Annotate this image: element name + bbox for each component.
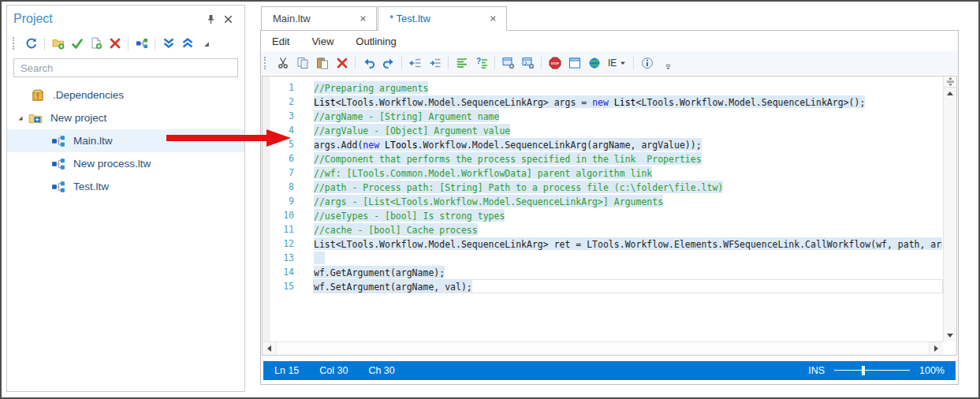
paste-button[interactable] (312, 53, 332, 73)
undo-button[interactable] (359, 53, 378, 73)
tab-close-icon[interactable] (357, 13, 368, 24)
zoom-slider[interactable] (834, 366, 910, 375)
scroll-left-button[interactable] (263, 342, 276, 355)
delete-button[interactable] (332, 53, 352, 73)
scroll-up-button[interactable] (944, 88, 956, 99)
delete-button[interactable] (106, 35, 124, 53)
horizontal-scroll-track[interactable] (276, 342, 930, 355)
code-line[interactable]: 14wf.GetArgument(argName); (270, 265, 943, 279)
code-line[interactable]: 3//argName - [String] Argument name (270, 109, 943, 123)
line-body[interactable]: //args - [List<LTools.Workflow.Model.Seq… (313, 194, 943, 208)
tree-item-new-process-ltw[interactable]: New process.ltw (7, 152, 244, 175)
tab-test-ltw[interactable]: * Test.ltw (378, 6, 507, 31)
code-line[interactable]: 13 (270, 251, 943, 265)
tree-item-new-project[interactable]: New project (7, 106, 244, 129)
tree-expanded-icon[interactable] (17, 114, 28, 122)
collapse-all-button[interactable] (159, 35, 177, 53)
line-number[interactable]: 7 (270, 166, 294, 180)
line-number[interactable]: 6 (270, 151, 294, 166)
line-body[interactable]: //Preparing arguments (313, 80, 943, 95)
line-body[interactable]: args.Add(new LTools.Workflow.Model.Seque… (313, 137, 943, 151)
tree-item-dependencies[interactable]: .Dependencies (7, 84, 244, 106)
scroll-down-button[interactable] (944, 330, 956, 341)
line-number[interactable]: 14 (270, 265, 294, 279)
add-folder-button[interactable] (49, 35, 67, 53)
line-number[interactable]: 3 (270, 109, 294, 123)
line-number[interactable]: 9 (270, 194, 294, 208)
tree-item-test-ltw[interactable]: Test.ltw (7, 175, 244, 198)
expand-all-button[interactable] (178, 35, 196, 53)
toolbar-options-button[interactable] (197, 35, 215, 53)
line-number[interactable]: 1 (270, 80, 294, 95)
increase-indent-button[interactable] (425, 53, 445, 73)
vertical-scrollbar[interactable] (943, 76, 956, 341)
info-button[interactable] (637, 53, 657, 73)
line-body[interactable]: //cache - [bool] Cache process (313, 222, 943, 237)
tab-main-ltw[interactable]: Main.ltw (261, 6, 377, 31)
line-number[interactable]: 11 (270, 222, 294, 237)
browser-select-dropdown[interactable]: IE (604, 54, 630, 73)
scroll-right-button[interactable] (930, 342, 943, 355)
zoom-slider-thumb[interactable] (862, 366, 865, 375)
code-line[interactable]: 6//Component that performs the process s… (270, 151, 943, 166)
line-number[interactable]: 8 (270, 180, 294, 194)
code-line[interactable]: 2List<LTools.Workflow.Model.SequenceLink… (270, 95, 943, 109)
line-body[interactable]: //argName - [String] Argument name (313, 109, 943, 123)
cut-button[interactable] (273, 53, 293, 73)
line-number[interactable]: 15 (270, 279, 294, 293)
globe-button[interactable] (584, 53, 604, 73)
code-line[interactable]: 4//argValue - [Object] Argument value (270, 123, 943, 137)
line-number[interactable]: 10 (270, 208, 294, 222)
line-body[interactable]: //useTypes - [bool] Is strong types (313, 208, 943, 222)
code-editor[interactable]: 1//Preparing arguments2List<LTools.Workf… (262, 76, 957, 356)
line-number[interactable]: 13 (270, 251, 294, 265)
menu-outlining[interactable]: Outlining (356, 35, 396, 47)
close-icon[interactable] (219, 10, 237, 28)
code-lines[interactable]: 1//Preparing arguments2List<LTools.Workf… (270, 76, 943, 341)
line-body[interactable] (313, 251, 943, 265)
refresh-button[interactable] (22, 35, 40, 53)
line-body[interactable]: List<LTools.Workflow.Model.SequenceLinkA… (313, 237, 943, 251)
format-selection-button[interactable]: ? (471, 53, 491, 73)
code-line[interactable]: 7//wf: [LTools.Common.Model.WorkflowData… (270, 166, 943, 180)
line-body[interactable]: wf.SetArgument(argName, val); (313, 279, 943, 293)
validate-button[interactable] (68, 35, 86, 53)
splitter-handle-icon[interactable] (944, 76, 956, 88)
code-line[interactable]: 9//args - [List<LTools.Workflow.Model.Se… (270, 194, 943, 208)
code-line[interactable]: 12List<LTools.Workflow.Model.SequenceLin… (270, 237, 943, 251)
line-number[interactable]: 2 (270, 95, 294, 109)
tab-close-icon[interactable] (487, 13, 498, 24)
toolbar-grip[interactable] (264, 57, 269, 69)
format-document-button[interactable] (452, 53, 471, 73)
code-line[interactable]: 15wf.SetArgument(argName, val); (270, 279, 943, 293)
line-body[interactable]: //wf: [LTools.Common.Model.WorkflowData]… (313, 166, 943, 180)
code-line[interactable]: 10//useTypes - [bool] Is strong types (270, 208, 943, 222)
line-body[interactable]: //argValue - [Object] Argument value (313, 123, 943, 137)
stop-button[interactable]: STOP (545, 53, 565, 73)
menu-view[interactable]: View (311, 35, 333, 47)
line-body[interactable]: //path - Process path: [String] Path to … (313, 180, 943, 194)
copy-button[interactable] (293, 53, 312, 73)
designer-view-button[interactable] (498, 53, 518, 73)
designer-alt-view-button[interactable] (518, 53, 538, 73)
line-number[interactable]: 12 (270, 237, 294, 251)
code-line[interactable]: 5args.Add(new LTools.Workflow.Model.Sequ… (270, 137, 943, 151)
pin-icon[interactable] (202, 10, 219, 28)
menu-edit[interactable]: Edit (272, 35, 289, 47)
line-body[interactable]: List<LTools.Workflow.Model.SequenceLinkA… (313, 95, 943, 109)
line-body[interactable]: wf.GetArgument(argName); (313, 265, 943, 279)
horizontal-scrollbar[interactable] (263, 341, 943, 355)
decrease-indent-button[interactable] (405, 53, 425, 73)
status-insert-mode[interactable]: INS (808, 365, 825, 376)
search-input[interactable] (13, 58, 238, 77)
workflow-button[interactable] (132, 35, 151, 53)
code-line[interactable]: 11//cache - [bool] Cache process (270, 222, 943, 237)
toolbar-overflow-button[interactable] (658, 57, 678, 76)
redo-button[interactable] (378, 53, 398, 73)
toolbar-grip[interactable] (13, 37, 17, 50)
browser-window-button[interactable] (565, 53, 584, 73)
line-body[interactable]: //Component that performs the process sp… (313, 151, 943, 166)
code-line[interactable]: 1//Preparing arguments (270, 80, 943, 95)
add-file-button[interactable] (87, 35, 105, 53)
code-line[interactable]: 8//path - Process path: [String] Path to… (270, 180, 943, 194)
